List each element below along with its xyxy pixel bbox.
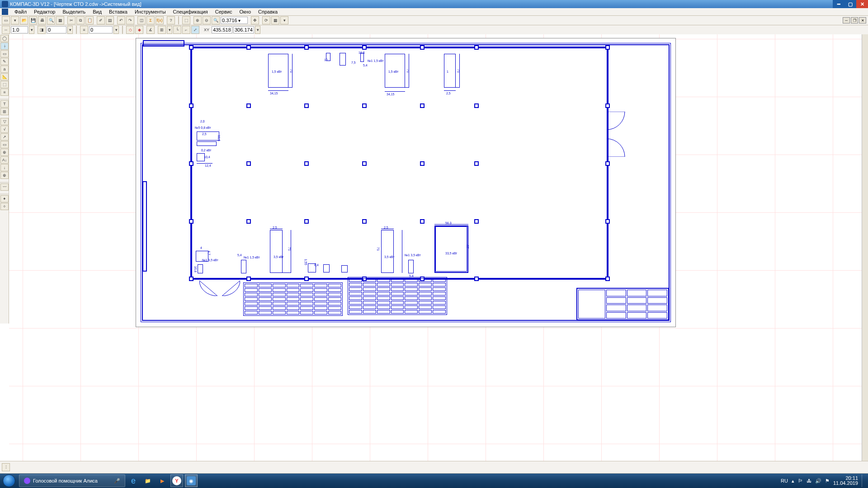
- redo-button[interactable]: ↷: [126, 16, 134, 24]
- tray-lang[interactable]: RU: [781, 478, 788, 483]
- create-button[interactable]: ◆: [135, 26, 143, 34]
- task-kompas[interactable]: ◉: [185, 474, 198, 487]
- window-minimize-button[interactable]: ━: [833, 0, 844, 8]
- select-panel-button[interactable]: ⬚: [0, 81, 9, 88]
- autoaxis-tool-button[interactable]: ✦: [0, 195, 9, 202]
- base-tool-button[interactable]: ▽: [0, 118, 9, 125]
- axis-tool-button[interactable]: ✧: [0, 203, 9, 210]
- coord-y-field[interactable]: 306.174: [233, 26, 254, 33]
- mdi-minimize-button[interactable]: ─: [843, 17, 850, 23]
- undo-button[interactable]: ↶: [117, 16, 125, 24]
- menu-insert[interactable]: Вставка: [105, 9, 131, 15]
- coord-x-field[interactable]: 435.518: [212, 26, 232, 33]
- pan-button[interactable]: ✥: [251, 16, 259, 24]
- roughness-tool-button[interactable]: √: [0, 126, 9, 133]
- copy-button[interactable]: ⧉: [76, 16, 85, 24]
- menu-select[interactable]: Выделить: [59, 9, 89, 15]
- property-handle[interactable]: ⋮: [2, 463, 10, 471]
- params-panel-button[interactable]: a: [0, 66, 9, 73]
- cut-line-tool-button[interactable]: A↓: [0, 156, 9, 164]
- coord-dropdown[interactable]: ▾: [255, 26, 260, 34]
- vertical-scrollbar[interactable]: [862, 34, 868, 461]
- wave-tool-button[interactable]: 〰: [0, 183, 9, 191]
- text-tool-button[interactable]: T: [0, 100, 9, 108]
- whats-this-button[interactable]: ?: [167, 16, 175, 24]
- mdi-restore-button[interactable]: ❐: [851, 17, 858, 23]
- measure-panel-button[interactable]: 📐: [0, 73, 9, 80]
- fx-button[interactable]: f(x): [156, 16, 164, 24]
- zoom-window-button[interactable]: 🔍: [212, 16, 220, 24]
- print-area-button[interactable]: ▦: [56, 16, 64, 24]
- zoom-in-button[interactable]: ⊕: [193, 16, 202, 24]
- preview-button[interactable]: 🔍: [47, 16, 55, 24]
- menu-help[interactable]: Справка: [255, 9, 281, 15]
- menu-file[interactable]: Файл: [11, 9, 30, 15]
- menu-service[interactable]: Сервис: [212, 9, 236, 15]
- state-dropdown[interactable]: ▾: [67, 26, 73, 34]
- paste-button[interactable]: 📋: [85, 16, 94, 24]
- open-button[interactable]: 📂: [20, 16, 28, 24]
- step-button[interactable]: ↔: [2, 26, 10, 34]
- tray-network-icon[interactable]: 🖧: [807, 478, 811, 483]
- library-button[interactable]: ◫: [137, 16, 146, 24]
- new-button[interactable]: ▭: [2, 16, 10, 24]
- center-tool-button[interactable]: ⊕: [0, 172, 9, 179]
- layer-input[interactable]: 0: [89, 26, 113, 33]
- menu-editor[interactable]: Редактор: [30, 9, 59, 15]
- local-cs-button[interactable]: ⤢: [191, 26, 199, 34]
- snap-toggle[interactable]: ∡: [146, 26, 155, 34]
- round-toggle[interactable]: ⌐: [182, 26, 190, 34]
- tray-action-icon[interactable]: ⚑: [825, 478, 830, 484]
- dimensions-panel-button[interactable]: ⟊: [0, 42, 9, 50]
- task-alisa[interactable]: Голосовой помощник Алиса 🎤: [19, 474, 125, 487]
- format-painter-button[interactable]: ✐: [97, 16, 105, 24]
- layer-manager-button[interactable]: ≡: [80, 26, 88, 34]
- save-button[interactable]: 💾: [29, 16, 37, 24]
- drawing-canvas[interactable]: 1,5 кВт 71 34,15 10 7,5 5,4 16,8 №1 1,5 …: [9, 34, 868, 467]
- state-input[interactable]: 0: [47, 26, 66, 33]
- variables-button[interactable]: Σ: [146, 16, 155, 24]
- window-maximize-button[interactable]: ▢: [844, 0, 856, 8]
- properties-button[interactable]: ▤: [106, 16, 114, 24]
- menu-view[interactable]: Вид: [89, 9, 105, 15]
- arrow-tool-button[interactable]: ↓: [0, 164, 9, 171]
- rebuild-button[interactable]: ⟳: [262, 16, 270, 24]
- mark-tool-button[interactable]: ⊕: [0, 149, 9, 156]
- tolerance-tool-button[interactable]: ▭: [0, 141, 9, 148]
- grid-dropdown[interactable]: ▾: [167, 26, 172, 34]
- tray-volume-icon[interactable]: 🔊: [815, 478, 821, 484]
- layer-dropdown[interactable]: ▾: [113, 26, 119, 34]
- task-ie[interactable]: e: [127, 474, 140, 487]
- print-button[interactable]: 🖶: [38, 16, 46, 24]
- state-button[interactable]: ◨: [38, 26, 46, 34]
- zoom-out-button[interactable]: ⊖: [203, 16, 211, 24]
- zoom-value-input[interactable]: 0.3716 ▾: [221, 17, 248, 24]
- cut-button[interactable]: ✂: [67, 16, 75, 24]
- notations-panel-button[interactable]: ▭: [0, 50, 9, 57]
- task-player[interactable]: ▶: [156, 474, 169, 487]
- doc-icon[interactable]: [2, 9, 8, 15]
- tray-clock[interactable]: 20:11 11.04.2019: [833, 476, 858, 486]
- menu-specification[interactable]: Спецификация: [170, 9, 212, 15]
- window-close-button[interactable]: ✕: [856, 0, 868, 8]
- zoom-fit-button[interactable]: ⬚: [182, 16, 190, 24]
- grid-toggle[interactable]: ⊞: [158, 26, 166, 34]
- task-yandex[interactable]: Y: [170, 474, 183, 487]
- start-button[interactable]: [0, 474, 18, 488]
- table-tool-button[interactable]: ⊞: [0, 108, 9, 115]
- task-explorer[interactable]: 📁: [142, 474, 154, 487]
- show-desktop-button[interactable]: [862, 474, 865, 487]
- edit-panel-button[interactable]: ✎: [0, 58, 9, 65]
- geometry-panel-button[interactable]: ◯: [0, 35, 9, 42]
- mdi-close-button[interactable]: ✕: [859, 17, 866, 23]
- leader-tool-button[interactable]: ↗: [0, 133, 9, 141]
- spec-panel-button[interactable]: ≡: [0, 89, 9, 96]
- menu-window[interactable]: Окно: [236, 9, 255, 15]
- step-input[interactable]: 1.0: [11, 26, 28, 33]
- ortho-toggle[interactable]: └: [173, 26, 181, 34]
- stop-button[interactable]: ◇: [126, 26, 134, 34]
- tray-show-hidden-icon[interactable]: ▴: [792, 478, 794, 484]
- new-dropdown-button[interactable]: ▾: [11, 16, 19, 24]
- menu-tools[interactable]: Инструменты: [131, 9, 170, 15]
- refresh-button[interactable]: ▦: [271, 16, 279, 24]
